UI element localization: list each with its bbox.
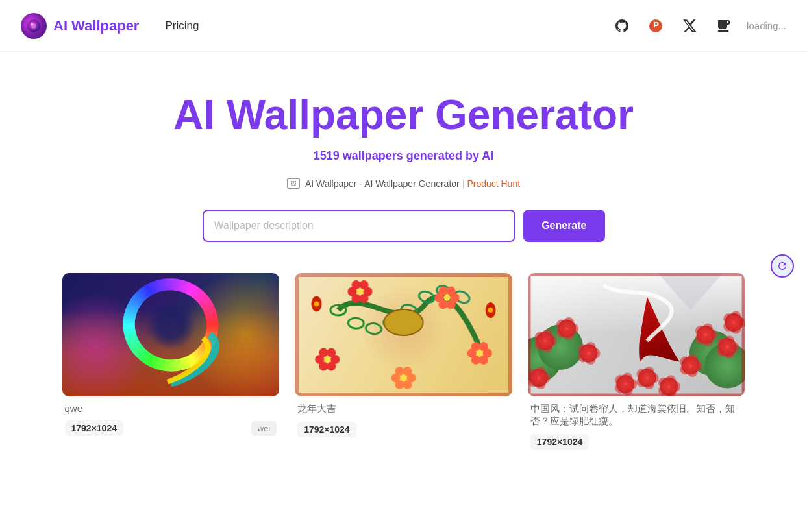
gallery-item-1[interactable]: qwe 1792×1024 wei [62,273,280,450]
gallery-image-3 [528,273,745,396]
gallery-size-1: 1792×1024 [65,420,123,436]
github-link[interactable] [612,16,632,36]
main-nav: Pricing [165,19,199,32]
refresh-icon [776,260,788,272]
badge-separator: | [462,178,465,189]
gallery: qwe 1792×1024 wei 龙年大吉 1792×1024 中国风：试问卷… [47,273,761,450]
wallpaper-canvas-1 [62,273,280,396]
hero-title: AI Wallpaper Generator [173,91,634,139]
badge-prefix: AI Wallpaper - AI Wallpaper Generator [305,178,460,189]
badge-icon: 🖼 [287,178,300,189]
logo-icon [21,13,47,39]
hero-subtitle: 1519 wallpapers generated by AI [314,149,493,163]
github-icon [614,18,630,34]
wallpaper-canvas-2 [295,273,512,396]
scroll-indicator[interactable] [771,254,794,278]
gallery-meta-1: 1792×1024 wei [62,420,280,436]
logo-text: AI Wallpaper [53,18,139,34]
badge-icon-label: 🖼 [290,180,296,187]
svg-point-2 [31,23,33,25]
gallery-size-2: 1792×1024 [297,422,356,437]
gallery-label-3: 中国风：试问卷帘人，却道海棠依旧。知否，知否？应是绿肥红瘦。 [528,403,745,428]
gallery-label-2: 龙年大吉 [295,403,512,415]
gallery-item-2[interactable]: 龙年大吉 1792×1024 [295,273,512,450]
gallery-size-3: 1792×1024 [530,434,589,450]
gallery-meta-3: 1792×1024 [528,434,745,450]
coffee-link[interactable] [713,16,734,36]
wallpaper-count: 1519 [314,149,340,162]
subtitle-suffix: wallpapers generated by AI [343,149,493,162]
gallery-image-2 [295,273,512,396]
logo-area[interactable]: AI Wallpaper [21,13,139,39]
loading-text: loading... [747,20,786,31]
twitter-icon [682,18,697,34]
header-right: loading... [612,16,786,36]
generate-button[interactable]: Generate [523,210,604,242]
coffee-icon [715,18,731,34]
gallery-image-1 [62,273,280,396]
main-content: AI Wallpaper Generator 1519 wallpapers g… [0,52,807,450]
header: AI Wallpaper Pricing [0,0,807,52]
wallpaper-canvas-3 [528,273,745,396]
gallery-meta-2: 1792×1024 [295,422,512,437]
gallery-label-1: qwe [62,403,280,414]
nav-pricing[interactable]: Pricing [165,19,199,32]
producthunt-link[interactable] [645,16,666,36]
product-hunt-badge: 🖼 AI Wallpaper - AI Wallpaper Generator … [287,178,520,189]
badge-text: AI Wallpaper - AI Wallpaper Generator | … [305,178,520,189]
gallery-user-1: wei [251,421,277,436]
product-hunt-link[interactable]: Product Hunt [467,178,520,189]
twitter-link[interactable] [679,16,700,36]
producthunt-icon [648,18,664,34]
search-input[interactable] [203,210,516,242]
gallery-item-3[interactable]: 中国风：试问卷帘人，却道海棠依旧。知否，知否？应是绿肥红瘦。 1792×1024 [528,273,745,450]
search-area: Generate [203,210,605,242]
